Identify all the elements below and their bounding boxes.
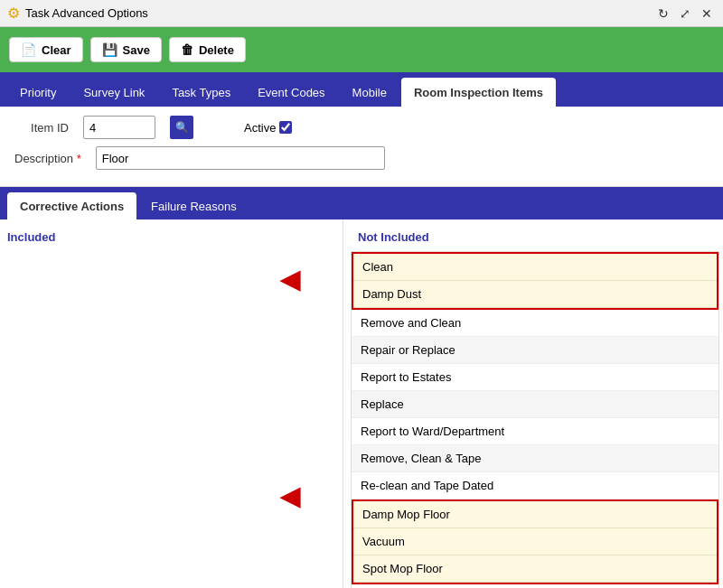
description-label: Description xyxy=(14,152,81,165)
sub-tab-failure-reasons[interactable]: Failure Reasons xyxy=(138,192,249,219)
resize-button[interactable]: ⤢ xyxy=(676,5,694,23)
included-panel: Included xyxy=(0,219,343,588)
not-included-header: Not Included xyxy=(351,227,723,247)
tab-bar: Priority Survey Link Task Types Event Co… xyxy=(0,72,723,107)
item-id-row: Item ID 🔍 Active xyxy=(14,116,709,139)
item-id-input[interactable] xyxy=(83,116,155,139)
delete-icon: 🗑 xyxy=(181,42,193,57)
close-button[interactable]: ✕ xyxy=(698,5,716,23)
tab-mobile[interactable]: Mobile xyxy=(340,78,399,107)
list-item[interactable]: Clean xyxy=(353,254,717,281)
content-area: Included ◀ ◀ Not Included CleanDamp Dust… xyxy=(0,219,723,588)
list-item[interactable]: Re-clean and Tape Dated xyxy=(352,472,718,499)
save-icon: 💾 xyxy=(102,42,117,57)
not-included-list: CleanDamp DustRemove and CleanRepair or … xyxy=(351,251,719,588)
save-label: Save xyxy=(123,43,150,57)
active-label: Active xyxy=(244,121,276,135)
delete-label: Delete xyxy=(199,43,234,57)
title-bar-title: Task Advanced Options xyxy=(25,6,148,20)
active-container: Active xyxy=(244,121,292,135)
clear-button[interactable]: 📄 Clear xyxy=(9,37,83,62)
list-item[interactable]: Damp Dust xyxy=(353,281,717,308)
not-included-panel: Not Included CleanDamp DustRemove and Cl… xyxy=(343,219,723,588)
description-row: Description xyxy=(14,146,709,170)
list-item[interactable]: Remove, Clean & Tape xyxy=(352,445,718,472)
tab-priority[interactable]: Priority xyxy=(7,78,69,107)
title-bar-controls: ↻ ⤢ ✕ xyxy=(654,5,716,23)
list-item[interactable]: Report to Ward/Department xyxy=(352,418,718,445)
active-checkbox[interactable] xyxy=(279,121,292,134)
clear-label: Clear xyxy=(42,43,71,57)
app-icon: ⚙ xyxy=(7,5,20,22)
tab-task-types[interactable]: Task Types xyxy=(159,78,243,107)
tab-survey-link[interactable]: Survey Link xyxy=(70,78,157,107)
search-button[interactable]: 🔍 xyxy=(170,116,193,139)
tab-room-inspection[interactable]: Room Inspection Items xyxy=(401,78,556,107)
clear-icon: 📄 xyxy=(21,42,36,57)
list-item[interactable]: Report to Estates xyxy=(352,364,718,391)
tab-event-codes[interactable]: Event Codes xyxy=(245,78,337,107)
sub-tab-bar: Corrective Actions Failure Reasons xyxy=(0,187,723,219)
list-item[interactable]: Replace xyxy=(352,391,718,418)
list-item[interactable]: Vacuum xyxy=(353,528,717,555)
save-button[interactable]: 💾 Save xyxy=(90,37,162,62)
delete-button[interactable]: 🗑 Delete xyxy=(169,37,246,62)
item-id-label: Item ID xyxy=(14,121,69,135)
toolbar: 📄 Clear 💾 Save 🗑 Delete xyxy=(0,27,723,72)
description-input[interactable] xyxy=(96,146,385,170)
refresh-button[interactable]: ↻ xyxy=(654,5,672,23)
list-item[interactable]: Spot Mop Floor xyxy=(353,555,717,583)
list-item[interactable]: Remove and Clean xyxy=(352,310,718,337)
sub-tab-corrective-actions[interactable]: Corrective Actions xyxy=(7,192,136,219)
included-header: Included xyxy=(7,227,335,247)
list-item[interactable]: Damp Mop Floor xyxy=(353,501,717,528)
form-area: Item ID 🔍 Active Description xyxy=(0,107,723,187)
title-bar: ⚙ Task Advanced Options ↻ ⤢ ✕ xyxy=(0,0,723,27)
list-item[interactable]: Repair or Replace xyxy=(352,337,718,364)
